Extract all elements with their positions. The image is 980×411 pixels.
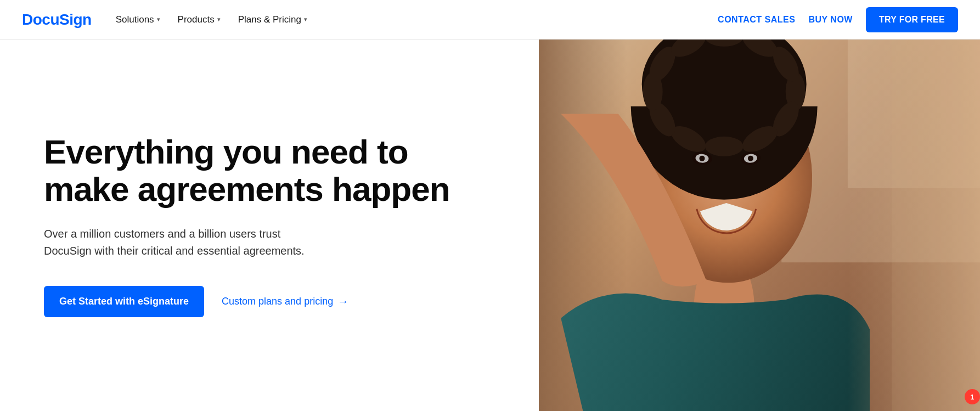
nav-plans[interactable]: Plans & Pricing ▾	[232, 10, 314, 30]
hero-content: Everything you need to make agreements h…	[0, 40, 539, 411]
custom-plans-text: Custom plans and pricing	[222, 296, 333, 307]
logo-blue: Sign	[59, 11, 92, 28]
logo-text: DocuSign	[22, 11, 92, 29]
get-started-button[interactable]: Get Started with eSignature	[44, 286, 204, 317]
solutions-label: Solutions	[116, 14, 154, 25]
hero-subtitle: Over a million customers and a billion u…	[44, 226, 329, 260]
contact-sales-button[interactable]: CONTACT SALES	[718, 15, 795, 25]
hero-title: Everything you need to make agreements h…	[44, 133, 495, 208]
plans-chevron-icon: ▾	[304, 16, 307, 23]
products-label: Products	[178, 14, 215, 25]
notification-badge: 1	[965, 389, 980, 404]
try-for-free-button[interactable]: TRY FOR FREE	[866, 7, 958, 32]
solutions-chevron-icon: ▾	[157, 16, 160, 23]
navbar: DocuSign Solutions ▾ Products ▾ Plans & …	[0, 0, 980, 40]
buy-now-button[interactable]: BUY NOW	[808, 15, 853, 25]
nav-products[interactable]: Products ▾	[171, 10, 227, 30]
navbar-right: CONTACT SALES BUY NOW TRY FOR FREE	[718, 7, 958, 32]
nav-items: Solutions ▾ Products ▾ Plans & Pricing ▾	[109, 10, 314, 30]
arrow-icon: →	[337, 295, 348, 308]
hero-image: 1	[539, 40, 980, 411]
products-chevron-icon: ▾	[217, 16, 221, 23]
hero-section: Everything you need to make agreements h…	[0, 40, 980, 411]
hero-buttons: Get Started with eSignature Custom plans…	[44, 286, 495, 317]
navbar-left: DocuSign Solutions ▾ Products ▾ Plans & …	[22, 10, 314, 30]
custom-plans-link[interactable]: Custom plans and pricing →	[222, 295, 348, 308]
plans-label: Plans & Pricing	[238, 14, 301, 25]
hero-photo-canvas	[539, 40, 980, 411]
logo[interactable]: DocuSign	[22, 11, 92, 29]
logo-black: Docu	[22, 11, 59, 28]
nav-solutions[interactable]: Solutions ▾	[109, 10, 167, 30]
